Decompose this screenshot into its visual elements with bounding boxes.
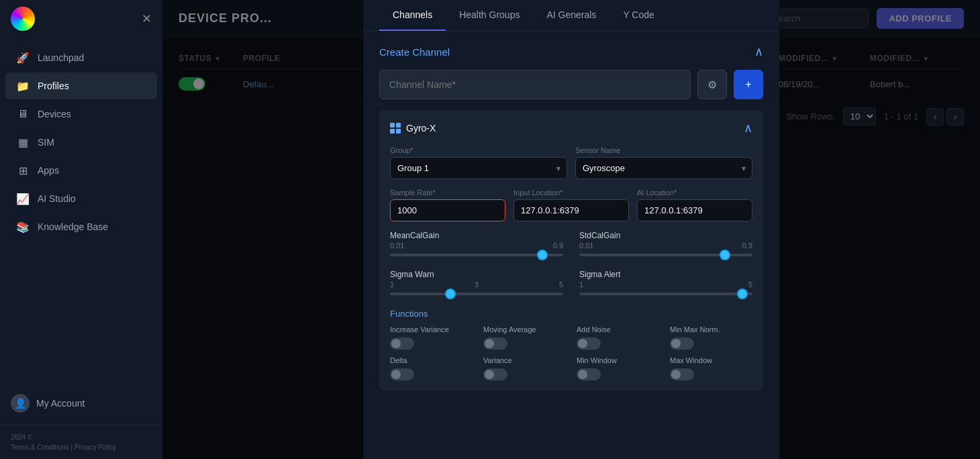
mean-cal-gain-thumb[interactable]: [537, 250, 548, 260]
moving-average-toggle[interactable]: [483, 338, 507, 350]
tab-y-code[interactable]: Y Code: [609, 0, 667, 31]
function-min-window: Min Window: [577, 356, 659, 380]
sidebar-item-label: SIM: [38, 137, 54, 148]
function-increase-variance: Increase Variance: [390, 325, 473, 350]
tab-health-groups[interactable]: Health Groups: [446, 0, 533, 31]
min-max-norm-label: Min Max Norm.: [670, 325, 752, 334]
sigma-warn-track[interactable]: [390, 293, 563, 295]
input-location-form-group: Input Location*: [513, 189, 629, 221]
functions-grid: Increase Variance Moving Average Add Noi…: [390, 325, 752, 380]
functions-title: Functions: [390, 309, 752, 319]
ai-studio-icon: 📈: [16, 192, 30, 205]
create-channel-title: Create Channel: [379, 46, 450, 58]
plus-icon: +: [745, 79, 751, 91]
std-cal-gain-thumb[interactable]: [720, 250, 730, 260]
sidebar-item-profiles[interactable]: 📁 Profiles: [5, 72, 157, 99]
increase-variance-toggle[interactable]: [390, 338, 414, 350]
sidebar-item-knowledge-base[interactable]: 📚 Knowledge Base: [5, 213, 157, 240]
sample-rate-form-group: Sample Rate*: [390, 189, 505, 221]
function-max-window: Max Window: [670, 356, 752, 380]
tab-ai-generals[interactable]: AI Generals: [533, 0, 609, 31]
sidebar-item-label: Launchpad: [38, 52, 84, 63]
app-logo[interactable]: [11, 7, 35, 31]
sidebar-item-devices[interactable]: 🖥 Devices: [5, 101, 157, 128]
ai-location-input[interactable]: [637, 199, 752, 221]
sigma-alert-track[interactable]: [579, 293, 752, 295]
channel-name-row: ⚙ +: [379, 70, 763, 99]
apps-icon: ⊞: [16, 164, 30, 177]
delta-label: Delta: [390, 356, 473, 364]
my-account-item[interactable]: 👤 My Account: [0, 387, 162, 419]
group-select[interactable]: Group 1: [390, 157, 567, 179]
collapse-channel-button[interactable]: ∧: [744, 121, 752, 136]
input-location-label: Input Location*: [513, 189, 629, 197]
sigma-sliders-row: Sigma Warn 1 3 5 Sigma Alert: [390, 270, 752, 299]
tab-channels[interactable]: Channels: [379, 0, 446, 31]
sigma-warn-thumb[interactable]: [445, 289, 456, 299]
group-label: Group*: [390, 146, 567, 154]
channel-card-header: Gyro-X ∧: [390, 121, 752, 136]
ai-location-label: AI Location*: [637, 189, 752, 197]
std-cal-gain-range: 0.01 0.9: [579, 242, 752, 250]
sidebar-item-sim[interactable]: ▦ SIM: [5, 129, 157, 156]
functions-section: Functions Increase Variance Moving Avera…: [390, 309, 752, 380]
sidebar-item-label: Knowledge Base: [38, 221, 108, 232]
sensor-select[interactable]: Gyroscope: [575, 157, 752, 179]
gear-icon: ⚙: [707, 79, 717, 91]
sidebar-item-launchpad[interactable]: 🚀 Launchpad: [5, 44, 157, 71]
rate-location-row: Sample Rate* Input Location* AI Location…: [390, 189, 752, 221]
std-cal-gain-track[interactable]: [579, 254, 752, 256]
sidebar-logo-area: ✕: [0, 0, 162, 38]
add-noise-label: Add Noise: [577, 325, 659, 334]
main-area: DEVICE PRO... 🔍 Search ADD PROFILE STATU…: [162, 0, 980, 459]
std-cal-gain-slider-group: StdCalGain 0.01 0.9: [579, 231, 752, 260]
sidebar-item-label: Apps: [38, 165, 59, 176]
min-max-norm-toggle[interactable]: [670, 338, 694, 350]
sample-rate-input[interactable]: [390, 199, 505, 221]
channel-name-input[interactable]: [379, 70, 691, 99]
sigma-alert-range: 1 5: [579, 280, 752, 289]
sigma-warn-slider-group: Sigma Warn 1 3 5: [390, 270, 563, 299]
channel-card-title-area: Gyro-X: [390, 123, 436, 134]
group-form-group: Group* Group 1: [390, 146, 567, 179]
add-channel-button[interactable]: +: [734, 70, 763, 99]
sensor-form-group: Sensor Name Gyroscope: [575, 146, 752, 179]
function-add-noise: Add Noise: [577, 325, 659, 350]
avatar: 👤: [11, 394, 30, 413]
mean-cal-gain-track[interactable]: [390, 254, 563, 256]
knowledge-base-icon: 📚: [16, 220, 30, 234]
sidebar-item-ai-studio[interactable]: 📈 AI Studio: [5, 185, 157, 212]
function-min-max-norm: Min Max Norm.: [670, 325, 752, 350]
min-window-label: Min Window: [577, 356, 659, 364]
channel-name-label: Gyro-X: [406, 123, 436, 134]
devices-icon: 🖥: [16, 107, 30, 121]
variance-toggle[interactable]: [483, 368, 507, 380]
sidebar-item-apps[interactable]: ⊞ Apps: [5, 157, 157, 184]
sample-rate-label: Sample Rate*: [390, 189, 505, 197]
my-account-label: My Account: [36, 398, 85, 409]
sim-icon: ▦: [16, 136, 30, 149]
max-window-toggle[interactable]: [670, 368, 694, 380]
sigma-warn-range: 1 3 5: [390, 280, 563, 289]
sigma-alert-thumb[interactable]: [737, 289, 748, 299]
delta-toggle[interactable]: [390, 368, 414, 380]
ai-location-form-group: AI Location*: [637, 189, 752, 221]
function-variance: Variance: [483, 356, 566, 380]
footer-links: Terms & Conditions | Privacy Policy: [11, 444, 152, 451]
collapse-create-channel-button[interactable]: ∧: [754, 44, 763, 59]
gear-settings-button[interactable]: ⚙: [697, 70, 727, 99]
sensor-label: Sensor Name: [575, 146, 752, 154]
group-select-wrapper: Group 1: [390, 157, 567, 179]
launchpad-icon: 🚀: [16, 51, 30, 64]
min-window-toggle[interactable]: [577, 368, 601, 380]
grid-icon: [390, 123, 401, 134]
version-text: 2024 ©: [11, 434, 152, 441]
sigma-alert-slider-group: Sigma Alert 1 5: [579, 270, 752, 299]
close-sidebar-button[interactable]: ✕: [142, 11, 152, 26]
input-location-input[interactable]: [513, 199, 629, 221]
increase-variance-label: Increase Variance: [390, 325, 473, 334]
add-noise-toggle[interactable]: [577, 338, 601, 350]
modal-overlay: Channels Health Groups AI Generals Y Cod…: [162, 0, 980, 459]
modal-tabs: Channels Health Groups AI Generals Y Cod…: [363, 0, 779, 31]
variance-label: Variance: [483, 356, 566, 364]
